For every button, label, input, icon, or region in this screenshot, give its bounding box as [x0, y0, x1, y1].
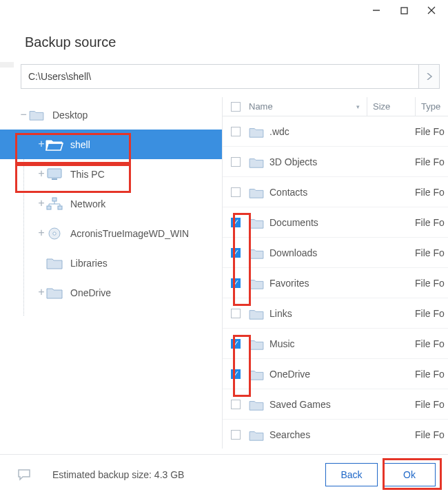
- tree-label: Libraries: [70, 258, 108, 269]
- folder-icon: [249, 247, 264, 258]
- header-checkbox[interactable]: [223, 102, 249, 112]
- computer-icon: [45, 167, 63, 181]
- folder-icon: [249, 278, 264, 289]
- row-checkbox[interactable]: [223, 309, 249, 318]
- folder-icon: [249, 308, 264, 319]
- list-item[interactable]: LinksFile Fo: [223, 298, 448, 329]
- file-name: 3D Objects: [269, 156, 317, 167]
- row-checkbox[interactable]: [223, 187, 249, 197]
- expand-icon[interactable]: +: [37, 289, 45, 297]
- checkbox-icon: [231, 369, 241, 379]
- file-type: File Fo: [415, 156, 448, 167]
- folder-icon: [249, 126, 264, 137]
- checkbox-icon: [231, 127, 241, 136]
- list-item[interactable]: SearchesFile Fo: [223, 420, 448, 449]
- checkbox-icon: [231, 309, 241, 318]
- list-item[interactable]: Saved GamesFile Fo: [223, 389, 448, 420]
- file-name: .wdc: [269, 126, 289, 137]
- row-checkbox[interactable]: [223, 430, 249, 440]
- list-item[interactable]: DownloadsFile Fo: [223, 238, 448, 268]
- folder-icon: [28, 108, 45, 122]
- folder-icon: [249, 338, 264, 349]
- close-button[interactable]: [418, 0, 445, 21]
- ok-button[interactable]: Ok: [383, 463, 436, 486]
- svg-rect-4: [48, 169, 61, 178]
- tree-node-desktop[interactable]: − Desktop: [0, 100, 222, 130]
- tree-node-libraries[interactable]: Libraries: [0, 248, 222, 278]
- tree-node-acronis[interactable]: + AcronisTrueImageWD_WIN: [0, 218, 222, 248]
- tree-label: AcronisTrueImageWD_WIN: [70, 228, 189, 239]
- row-checkbox[interactable]: [223, 157, 249, 167]
- expand-icon[interactable]: [37, 259, 45, 267]
- file-type: File Fo: [415, 338, 448, 349]
- svg-rect-8: [58, 206, 62, 209]
- file-type: File Fo: [415, 217, 448, 228]
- row-checkbox[interactable]: [223, 218, 249, 227]
- row-checkbox[interactable]: [223, 339, 249, 349]
- folder-icon: [249, 156, 264, 167]
- row-checkbox[interactable]: [223, 248, 249, 258]
- checkbox-icon: [231, 248, 241, 258]
- expand-icon[interactable]: +: [37, 141, 45, 149]
- footer: Estimated backup size: 4.3 GB Back Ok: [0, 454, 448, 494]
- expand-icon[interactable]: +: [37, 229, 45, 238]
- svg-rect-5: [52, 178, 57, 180]
- path-go-button[interactable]: [418, 65, 439, 88]
- folder-tree: − Desktop + shell + This PC + Net: [0, 97, 222, 449]
- file-name: Music: [269, 338, 295, 349]
- file-type: File Fo: [415, 308, 448, 319]
- file-name: Saved Games: [269, 399, 331, 410]
- back-button[interactable]: Back: [325, 463, 378, 486]
- row-checkbox[interactable]: [223, 278, 249, 288]
- list-item[interactable]: FavoritesFile Fo: [223, 268, 448, 298]
- folder-icon: [249, 369, 264, 380]
- column-type[interactable]: Type: [415, 97, 448, 116]
- folder-icon: [249, 399, 264, 410]
- list-item[interactable]: ContactsFile Fo: [223, 177, 448, 207]
- folder-open-icon: [45, 138, 63, 152]
- list-header: Name ▾ Size Type: [223, 97, 448, 116]
- row-checkbox[interactable]: [223, 400, 249, 409]
- column-size[interactable]: Size: [367, 97, 415, 116]
- collapse-icon[interactable]: −: [19, 111, 28, 119]
- column-name[interactable]: Name ▾: [249, 101, 367, 112]
- sort-caret-icon: ▾: [356, 103, 360, 110]
- row-checkbox[interactable]: [223, 369, 249, 379]
- svg-rect-1: [401, 8, 407, 14]
- file-type: File Fo: [415, 278, 448, 289]
- column-label: Name: [249, 101, 273, 112]
- column-label: Size: [373, 101, 390, 112]
- file-type: File Fo: [415, 247, 448, 258]
- file-name: Searches: [269, 429, 310, 440]
- list-item[interactable]: DocumentsFile Fo: [223, 207, 448, 238]
- path-input[interactable]: [21, 65, 418, 88]
- maximize-button[interactable]: [390, 0, 418, 21]
- file-list: Name ▾ Size Type .wdcFile Fo3D ObjectsFi…: [222, 97, 448, 449]
- tree-node-shell[interactable]: + shell: [0, 130, 222, 159]
- file-type: File Fo: [415, 126, 448, 137]
- checkbox-icon: [231, 157, 241, 167]
- network-icon: [45, 197, 63, 211]
- tree-node-this-pc[interactable]: + This PC: [0, 159, 222, 189]
- expand-icon[interactable]: +: [37, 170, 45, 178]
- folder-icon: [249, 429, 264, 440]
- file-name: Links: [269, 308, 292, 319]
- checkbox-icon: [231, 278, 241, 288]
- checkbox-icon: [231, 400, 241, 409]
- minimize-button[interactable]: [363, 0, 390, 21]
- list-item[interactable]: OneDriveFile Fo: [223, 359, 448, 389]
- expand-icon[interactable]: +: [37, 200, 45, 208]
- folder-icon: [45, 286, 63, 300]
- row-checkbox[interactable]: [223, 127, 249, 136]
- list-item[interactable]: MusicFile Fo: [223, 329, 448, 359]
- svg-rect-6: [52, 198, 57, 201]
- chat-icon[interactable]: [17, 469, 32, 481]
- list-item[interactable]: .wdcFile Fo: [223, 116, 448, 147]
- svg-point-10: [53, 231, 56, 234]
- file-type: File Fo: [415, 187, 448, 198]
- file-type: File Fo: [415, 429, 448, 440]
- list-item[interactable]: 3D ObjectsFile Fo: [223, 147, 448, 177]
- folder-icon: [249, 217, 264, 228]
- tree-node-onedrive[interactable]: + OneDrive: [0, 278, 222, 307]
- tree-node-network[interactable]: + Network: [0, 189, 222, 218]
